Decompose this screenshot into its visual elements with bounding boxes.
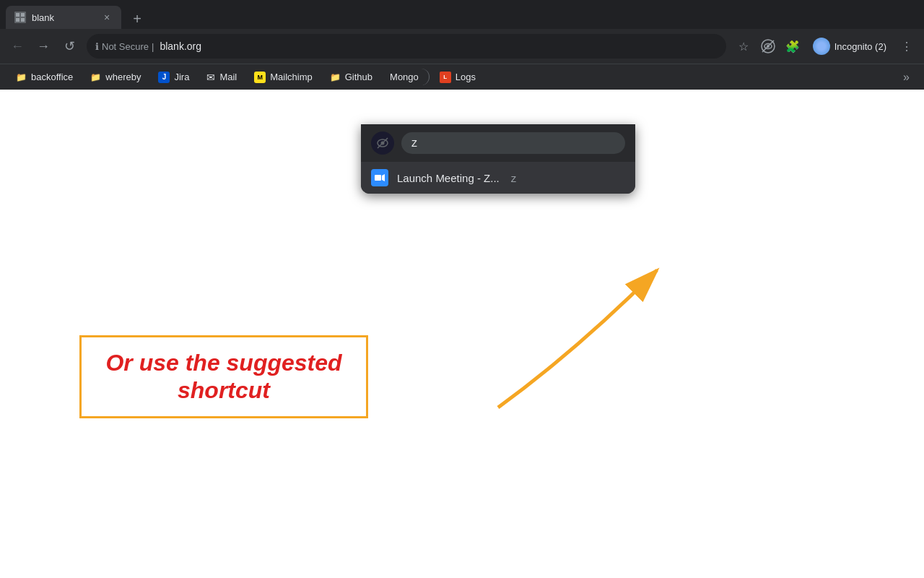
- mailchimp-favicon: M: [254, 72, 266, 83]
- suggestion-shortcut: z: [511, 172, 517, 184]
- toolbar-actions: ☆ 🧩 Incognito (2) ⋮: [732, 35, 918, 58]
- svg-rect-1: [16, 13, 19, 17]
- bookmark-logs[interactable]: L Logs: [432, 69, 483, 86]
- security-indicator: ℹ Not Secure |: [95, 41, 154, 52]
- omnibox-dropdown: Launch Meeting - Z... z: [361, 124, 635, 194]
- extension-eye-button[interactable]: [757, 35, 780, 58]
- bookmarks-bar: 📁 backoffice 📁 whereby J Jira ✉ Mail M M…: [0, 64, 924, 90]
- tab-strip: blank × +: [6, 0, 147, 29]
- folder-icon: 📁: [330, 72, 341, 82]
- bookmark-whereby[interactable]: 📁 whereby: [83, 69, 148, 85]
- extensions-puzzle-button[interactable]: 🧩: [781, 35, 804, 58]
- svg-rect-4: [21, 18, 25, 22]
- active-tab[interactable]: blank ×: [6, 6, 121, 29]
- address-bar[interactable]: ℹ Not Secure | blank.org: [87, 34, 726, 59]
- omnibox-search-input[interactable]: [401, 132, 625, 154]
- suggestion-text: Launch Meeting - Z...: [397, 172, 500, 184]
- tab-favicon: [14, 12, 26, 23]
- tab-title: blank: [32, 12, 95, 23]
- folder-icon: 📁: [90, 72, 101, 82]
- browser-toolbar: ← → ↺ ℹ Not Secure | blank.org ☆ 🧩: [0, 29, 924, 64]
- bookmark-star-button[interactable]: ☆: [732, 35, 755, 58]
- avatar: [813, 38, 830, 55]
- tab-close-button[interactable]: ×: [101, 12, 113, 23]
- url-display: blank.org: [160, 40, 201, 52]
- folder-icon: 📁: [16, 72, 27, 82]
- svg-rect-3: [16, 18, 19, 22]
- zoom-favicon: [371, 169, 388, 186]
- more-bookmarks-button[interactable]: »: [897, 68, 915, 87]
- jira-favicon: J: [158, 72, 170, 83]
- svg-rect-13: [375, 175, 381, 181]
- mail-favicon: ✉: [206, 72, 215, 83]
- page-content: Launch Meeting - Z... z Or use the sugge…: [0, 90, 924, 578]
- logs-favicon: L: [440, 72, 451, 83]
- bookmark-backoffice[interactable]: 📁 backoffice: [9, 69, 80, 85]
- omnibox-input-row: [361, 124, 635, 162]
- back-button[interactable]: ←: [6, 35, 29, 58]
- omnibox-eye-icon: [371, 131, 394, 155]
- annotation-box: Or use the suggested shortcut: [79, 335, 368, 418]
- reload-button[interactable]: ↺: [58, 35, 81, 58]
- bookmark-github[interactable]: 📁 Github: [323, 69, 380, 85]
- bookmark-mongo[interactable]: Mongo: [383, 69, 430, 85]
- forward-button[interactable]: →: [32, 35, 55, 58]
- omnibox-suggestion[interactable]: Launch Meeting - Z... z: [361, 162, 635, 194]
- svg-rect-2: [21, 13, 25, 17]
- menu-button[interactable]: ⋮: [895, 35, 918, 58]
- annotation-text: Or use the suggested shortcut: [96, 349, 352, 405]
- profile-button[interactable]: Incognito (2): [806, 35, 894, 58]
- bookmark-mail[interactable]: ✉ Mail: [199, 69, 244, 86]
- title-bar: blank × +: [0, 0, 924, 29]
- bookmark-mailchimp[interactable]: M Mailchimp: [247, 69, 320, 86]
- bookmark-jira[interactable]: J Jira: [151, 69, 196, 86]
- new-tab-button[interactable]: +: [127, 9, 147, 29]
